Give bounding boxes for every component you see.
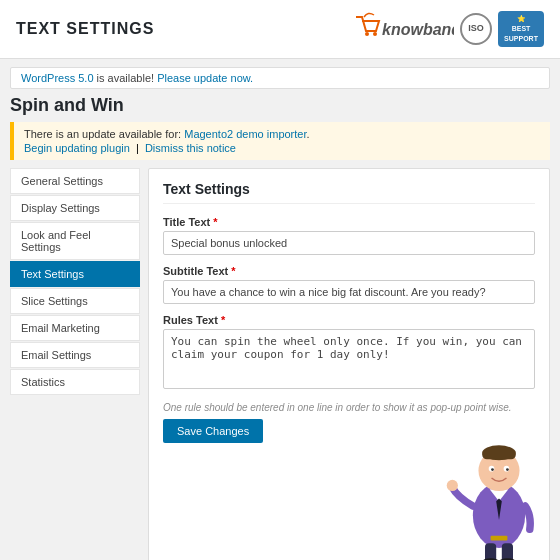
svg-point-3 xyxy=(473,483,525,548)
sidebar-item-slice-settings[interactable]: Slice Settings xyxy=(10,288,140,314)
main-panel: Text Settings Title Text * Subtitle Text… xyxy=(148,168,550,560)
svg-point-6 xyxy=(478,450,519,491)
begin-updating-link[interactable]: Begin updating plugin xyxy=(24,142,130,154)
svg-point-0 xyxy=(365,32,369,36)
svg-point-11 xyxy=(491,468,494,471)
title-text-group: Title Text * xyxy=(163,216,535,255)
svg-point-10 xyxy=(504,466,510,472)
sidebar-item-text-settings[interactable]: Text Settings xyxy=(10,261,140,287)
subtitle-text-input[interactable] xyxy=(163,280,535,304)
svg-rect-14 xyxy=(485,543,496,560)
svg-rect-8 xyxy=(482,450,516,459)
svg-rect-15 xyxy=(502,543,513,560)
sidebar-item-look-feel-settings[interactable]: Look and Feel Settings xyxy=(10,222,140,260)
svg-point-12 xyxy=(506,468,509,471)
sidebar-item-email-settings[interactable]: Email Settings xyxy=(10,342,140,368)
svg-marker-4 xyxy=(490,489,509,501)
sidebar-item-display-settings[interactable]: Display Settings xyxy=(10,195,140,221)
wp-update-notice: WordPress 5.0 is available! Please updat… xyxy=(10,67,550,89)
svg-marker-5 xyxy=(496,499,502,520)
main-wrap: WordPress 5.0 is available! Please updat… xyxy=(0,59,560,560)
title-text-input[interactable] xyxy=(163,231,535,255)
spin-win-title: Spin and Win xyxy=(10,95,550,116)
page-title: TEXT SETTINGS xyxy=(16,20,154,38)
sidebar-item-general-settings[interactable]: General Settings xyxy=(10,168,140,194)
svg-point-13 xyxy=(447,480,458,491)
knowband-logo-icon: knowband xyxy=(354,11,454,47)
title-text-label: Title Text * xyxy=(163,216,535,228)
logos-area: knowband ISO ⭐BESTSUPPORT xyxy=(354,11,544,47)
save-changes-button[interactable]: Save Changes xyxy=(163,419,263,443)
rules-text-textarea[interactable]: You can spin the wheel only once. If you… xyxy=(163,329,535,389)
svg-point-1 xyxy=(373,32,377,36)
mascot xyxy=(444,422,550,560)
required-marker2: * xyxy=(231,265,235,277)
notice-main-text: There is an update available for: Magent… xyxy=(24,128,540,140)
sidebar: General Settings Display Settings Look a… xyxy=(10,168,140,560)
top-header: TEXT SETTINGS knowband ISO ⭐BESTSUPPORT xyxy=(0,0,560,59)
content-layout: General Settings Display Settings Look a… xyxy=(10,168,550,560)
plugin-link[interactable]: Magento2 demo importer xyxy=(184,128,306,140)
required-marker3: * xyxy=(221,314,225,326)
best-support-badge: ⭐BESTSUPPORT xyxy=(498,11,544,46)
svg-point-9 xyxy=(489,466,495,472)
subtitle-text-label: Subtitle Text * xyxy=(163,265,535,277)
notice-actions: Begin updating plugin | Dismiss this not… xyxy=(24,142,540,154)
svg-point-7 xyxy=(482,445,516,460)
subtitle-text-group: Subtitle Text * xyxy=(163,265,535,304)
sidebar-item-statistics[interactable]: Statistics xyxy=(10,369,140,395)
wp-version-link[interactable]: WordPress 5.0 xyxy=(21,72,94,84)
plugin-update-notice: There is an update available for: Magent… xyxy=(10,122,550,160)
svg-text:knowband: knowband xyxy=(382,21,454,38)
iso-badge: ISO xyxy=(460,13,492,45)
rules-text-group: Rules Text * You can spin the wheel only… xyxy=(163,314,535,392)
sidebar-item-email-marketing[interactable]: Email Marketing xyxy=(10,315,140,341)
please-update-link[interactable]: Please update now. xyxy=(157,72,253,84)
dismiss-notice-link[interactable]: Dismiss this notice xyxy=(145,142,236,154)
required-marker: * xyxy=(213,216,217,228)
rules-hint: One rule should be entered in one line i… xyxy=(163,402,535,413)
rules-text-label: Rules Text * xyxy=(163,314,535,326)
svg-rect-18 xyxy=(491,536,508,541)
panel-title: Text Settings xyxy=(163,181,535,204)
